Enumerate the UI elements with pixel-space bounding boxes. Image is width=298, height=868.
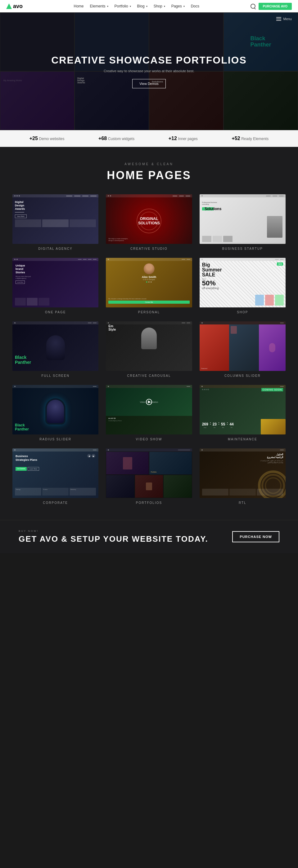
demo-thumb-columns-slider: Featured [199, 321, 286, 371]
rtl-images [202, 489, 283, 496]
thumb-content-area: DigitalDesignAwards View Work [12, 198, 99, 244]
demo-item-one-page[interactable]: UniquebrandStories We are more than just… [12, 258, 99, 314]
hero-section: BlackPanther My Amazing Works DigitalDes… [0, 12, 298, 130]
demo-item-personal[interactable]: Alex Smith UI & UX Designer My mission i… [106, 258, 192, 314]
demo-item-full-screen[interactable]: BlackPanther FULL SCREEN [12, 321, 99, 377]
demo-label-digital-agency: DIGITAL AGENCY [12, 247, 99, 250]
demo-item-shop[interactable]: BigSummerSALE Up to 50% off everything N… [199, 258, 286, 314]
corporate-buttons: Get Started Learn More [16, 467, 39, 471]
nav-home[interactable]: Home [74, 4, 84, 8]
logo-text: avo [13, 3, 23, 10]
home-pages-section: AWESOME & CLEAN HOME PAGES Digit [0, 147, 298, 520]
demo-item-video-show[interactable]: Video Presentation AAVO Creative Agency … [106, 385, 192, 441]
countdown-days: 269 [202, 422, 208, 426]
thumb-nav-bar [199, 385, 286, 388]
corporate-arrows: ◀ ▶ [87, 454, 95, 458]
thumb-nav-dot [108, 450, 109, 451]
hero-menu-button[interactable]: Menu [276, 17, 292, 21]
cta-text-block: BUY NOW! GET AVO & SETUP YOUR WEBSITE TO… [19, 530, 208, 544]
demo-thumb-rtl: الحلولالرقمية لمشروع نحن نساعد في تطوير … [199, 448, 286, 498]
thumb-nav-bar [199, 194, 286, 197]
demo-thumb-radius-slider: BlackPanther [12, 385, 99, 434]
demo-thumb-fullscreen: BlackPanther [12, 321, 99, 371]
thumb-nav-bar [106, 258, 192, 261]
view-demos-button[interactable]: View Demos [132, 79, 166, 88]
thumb-nav-dot [108, 259, 109, 260]
unique-text: UniquebrandStories [16, 264, 31, 274]
thumb-nav-dot [201, 450, 203, 451]
stat-demo-websites: +25 Demo websites [29, 136, 64, 141]
purchase-button[interactable]: PURCHASE AVO [259, 3, 292, 10]
demo-item-maintenance[interactable]: COMING SOON 269 Days : 23 Hrs : 55 Min [199, 385, 286, 441]
nav-shop[interactable]: Shop ▾ [154, 4, 165, 8]
thumb-nav-bar [199, 321, 286, 324]
cta-title-part1: GET AVO & [19, 534, 68, 544]
digital-award-text: DigitalDesignAwards [15, 200, 96, 210]
personal-content: Alex Smith UI & UX Designer [142, 264, 157, 283]
countdown-separator: : [218, 421, 219, 428]
countdown-hours: 23 [213, 422, 217, 426]
demo-label-rtl: RTL [199, 501, 286, 504]
cta-purchase-button[interactable]: PURCHASE NOW [232, 531, 279, 542]
search-icon[interactable] [250, 4, 255, 9]
thumb-nav-dot [14, 386, 16, 387]
logo-icon [6, 3, 12, 9]
demo-grid: DigitalDesignAwards View Work DIGITAL AG… [12, 194, 286, 504]
site-logo[interactable]: avo [6, 3, 23, 10]
coming-soon-text: COMING SOON [261, 388, 283, 392]
nav-portfolio[interactable]: Portfolio ▾ [114, 4, 131, 8]
solutions-heading: Solutions [205, 207, 222, 211]
thumb-nav-dot [17, 195, 18, 196]
thumb-nav-dot [110, 195, 111, 196]
stat-custom-widgets: +68 Custom widgets [99, 136, 134, 141]
thumb-nav-dot [14, 259, 16, 260]
thumb-nav-dot [201, 195, 203, 196]
thumb-nav-dot [108, 195, 109, 196]
corporate-feature-boxes: Strategy Finance Marketing [15, 488, 96, 496]
one-page-images [15, 298, 96, 306]
main-nav: Home Elements ▾ Portfolio ▾ Blog ▾ Shop … [74, 4, 199, 8]
thumb-nav-bar [12, 385, 99, 388]
menu-label: Menu [283, 17, 292, 21]
nav-elements[interactable]: Elements ▾ [90, 4, 108, 8]
stat-label: Demo websites [39, 137, 64, 141]
demo-thumb-portfolios: Portfolio [106, 448, 192, 498]
aavo-label: AAVO [202, 389, 210, 391]
nav-docs[interactable]: Docs [191, 4, 199, 8]
video-content: Video Presentation AAVO Creative Agency … [106, 388, 192, 434]
demo-label-video-show: VIDEO SHOW [106, 438, 192, 441]
demo-item-columns-slider[interactable]: Featured COLUMNS SLIDER [199, 321, 286, 377]
demo-item-business-startup[interactable]: Solutions Professional business consulti… [199, 194, 286, 250]
demo-thumb-personal: Alex Smith UI & UX Designer My mission i… [106, 258, 192, 307]
demo-thumb-shop: BigSummerSALE Up to 50% off everything N… [199, 258, 286, 307]
demo-item-portfolios[interactable]: Portfolio PORTFOLIOS [106, 448, 192, 504]
demo-label-columns-slider: COLUMNS SLIDER [199, 374, 286, 377]
demo-item-radius-slider[interactable]: BlackPanther RADIUS SLIDER [12, 385, 99, 441]
shop-products [255, 295, 284, 306]
radius-slider-content: BlackPanther [12, 388, 99, 434]
navbar-actions: PURCHASE AVO [250, 3, 292, 10]
demo-item-creative-carousal[interactable]: EmStyle CREATIVE CAROUSAL [106, 321, 192, 377]
thumb-nav-dot [14, 450, 16, 451]
demo-item-creative-studio[interactable]: ORIGINALSOLUTIONS We help to create stra… [106, 194, 192, 250]
countdown-secs: 44 [229, 422, 234, 426]
stats-bar: +25 Demo websites +68 Custom widgets +12… [0, 130, 298, 147]
nav-pages[interactable]: Pages ▾ [171, 4, 185, 8]
countdown-separator: : [210, 421, 211, 428]
demo-thumb-creative-carousal: EmStyle [106, 321, 192, 371]
thumb-nav-bar [12, 321, 99, 324]
demo-thumb-video-show: Video Presentation AAVO Creative Agency … [106, 385, 192, 434]
demo-label-creative-studio: CREATIVE STUDIO [106, 247, 192, 250]
demo-thumb-maintenance: COMING SOON 269 Days : 23 Hrs : 55 Min [199, 385, 286, 434]
demo-item-corporate[interactable]: BusinessStrategies Plans Get Started Lea… [12, 448, 99, 504]
thumb-nav-dot [201, 259, 203, 260]
original-solutions-text: ORIGINALSOLUTIONS [138, 217, 160, 226]
thumb-creative-center: ORIGINALSOLUTIONS [106, 198, 192, 244]
thumb-nav-bar [12, 194, 99, 197]
countdown-numbers: 269 Days : 23 Hrs : 55 Min : 44 [202, 421, 234, 428]
nav-blog[interactable]: Blog ▾ [137, 4, 147, 8]
demo-item-digital-agency[interactable]: DigitalDesignAwards View Work DIGITAL AG… [12, 194, 99, 250]
thumb-nav-dot [108, 322, 109, 323]
demo-item-rtl[interactable]: الحلولالرقمية لمشروع نحن نساعد في تطوير … [199, 448, 286, 504]
em-style-text: EmStyle [108, 324, 116, 331]
